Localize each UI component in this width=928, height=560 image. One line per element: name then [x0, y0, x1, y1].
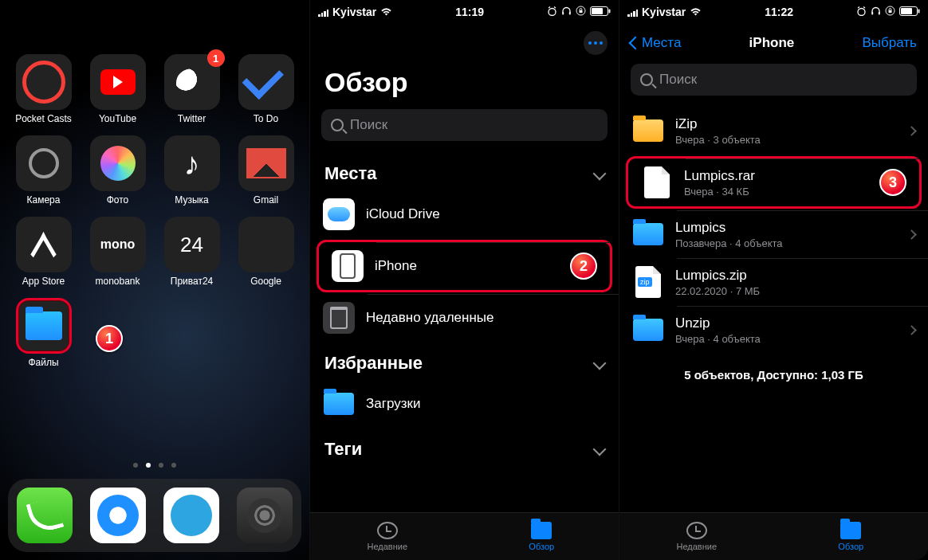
tab-browse[interactable]: Обзор: [774, 513, 929, 560]
folder-icon: [531, 522, 552, 539]
chevron-right-icon: [906, 126, 917, 136]
search-input[interactable]: Поиск: [321, 109, 608, 141]
folder-icon: [323, 388, 355, 420]
folder-icon: [632, 218, 664, 250]
more-button[interactable]: [584, 31, 608, 55]
app-pocket-casts[interactable]: Pocket Casts: [11, 54, 76, 124]
clock: 11:22: [765, 6, 793, 18]
alarm-icon: [547, 6, 557, 18]
back-button[interactable]: Места: [631, 35, 681, 51]
carrier-label: Kyivstar: [642, 6, 686, 18]
headphones-icon: [871, 6, 881, 18]
svg-rect-22: [901, 8, 912, 14]
svg-rect-18: [879, 12, 880, 15]
row-izip[interactable]: iZipВчера · 3 объекта: [619, 107, 928, 155]
signal-icon: [318, 8, 328, 17]
page-indicator[interactable]: [0, 463, 309, 468]
search-icon: [331, 119, 344, 131]
screen-files-iphone: Kyivstar 11:22 Места iPhone Выбрать Поис…: [619, 0, 928, 560]
dock: [8, 479, 301, 552]
clock-icon: [377, 522, 398, 539]
section-places[interactable]: Места: [310, 152, 619, 190]
app-appstore[interactable]: App Store: [11, 217, 76, 287]
app-monobank[interactable]: monomonobank: [85, 217, 150, 287]
svg-rect-23: [918, 10, 919, 14]
row-lumpics-rar-highlight[interactable]: Lumpics.rarВчера · 34 КБ 3: [626, 156, 922, 209]
callout-2: 2: [570, 253, 597, 280]
svg-rect-20: [888, 10, 891, 13]
app-photos[interactable]: Фото: [85, 135, 150, 206]
search-icon: [640, 73, 653, 86]
iphone-icon: [332, 250, 364, 282]
clock-icon: [686, 522, 707, 539]
chevron-down-icon: [593, 357, 607, 370]
app-music[interactable]: Музыка: [159, 135, 224, 206]
search-placeholder: Поиск: [350, 117, 387, 133]
battery-icon: [590, 6, 611, 18]
row-recently-deleted[interactable]: Недавно удаленные: [310, 294, 619, 342]
storage-info: 5 объектов, Доступно: 1,03 ГБ: [619, 354, 928, 436]
tab-bar: Недавние Обзор: [619, 512, 928, 560]
row-icloud-drive[interactable]: iCloud Drive: [310, 190, 619, 238]
nav-bar: [310, 22, 619, 59]
dock-safari[interactable]: [90, 488, 146, 543]
app-camera[interactable]: Камера: [11, 135, 76, 206]
status-bar: Kyivstar 11:19: [310, 0, 619, 22]
callout-3: 3: [879, 169, 906, 196]
app-todo[interactable]: To Do: [234, 54, 298, 124]
page-title: Обзор: [310, 59, 619, 104]
orientation-lock-icon: [885, 6, 895, 18]
nav-title: iPhone: [749, 35, 795, 51]
signal-icon: [627, 8, 638, 17]
svg-rect-15: [608, 10, 610, 14]
dock-telegram[interactable]: [163, 488, 219, 543]
tab-browse[interactable]: Обзор: [465, 513, 619, 560]
dock-settings[interactable]: [237, 488, 293, 543]
nav-bar: Места iPhone Выбрать: [619, 22, 928, 59]
svg-rect-10: [569, 12, 571, 15]
section-tags[interactable]: Теги: [310, 428, 619, 466]
search-input[interactable]: Поиск: [631, 64, 917, 96]
search-placeholder: Поиск: [659, 72, 697, 88]
chevron-down-icon: [593, 443, 607, 456]
app-files-highlight[interactable]: [16, 298, 72, 354]
orientation-lock-icon: [576, 6, 586, 18]
wifi-icon: [380, 6, 392, 18]
callout-1: 1: [96, 325, 123, 352]
chevron-right-icon: [906, 229, 917, 240]
svg-rect-9: [562, 12, 564, 15]
notification-badge: 1: [207, 49, 225, 67]
clock: 11:19: [455, 6, 484, 18]
section-favorites[interactable]: Избранные: [310, 342, 619, 380]
wifi-icon: [690, 6, 702, 18]
row-lumpics-folder[interactable]: LumpicsПозавчера · 4 объекта: [619, 210, 928, 258]
folder-icon: [840, 522, 861, 539]
row-iphone-highlight[interactable]: iPhone 2: [317, 240, 612, 292]
row-downloads[interactable]: Загрузки: [310, 380, 619, 428]
screen-home: Kyivstar 11:18 Pocket Casts YouTube 1Twi…: [0, 0, 309, 560]
status-bar: Kyivstar 11:22: [619, 0, 928, 22]
svg-point-8: [549, 9, 556, 16]
tab-recent[interactable]: Недавние: [310, 513, 465, 560]
alarm-icon: [856, 6, 867, 18]
app-files[interactable]: Файлы: [11, 298, 76, 368]
zip-file-icon: zip: [632, 266, 664, 298]
folder-icon: [632, 115, 664, 147]
headphones-icon: [561, 6, 572, 18]
svg-rect-12: [579, 10, 582, 13]
svg-rect-14: [592, 8, 603, 14]
app-google-folder[interactable]: Google: [234, 217, 298, 287]
dock-phone[interactable]: [17, 488, 73, 543]
row-lumpics-zip[interactable]: zip Lumpics.zip22.02.2020 · 7 МБ: [619, 258, 928, 306]
select-button[interactable]: Выбрать: [863, 35, 917, 51]
app-youtube[interactable]: YouTube: [85, 54, 150, 124]
app-twitter[interactable]: 1Twitter: [159, 54, 224, 124]
tab-recent[interactable]: Недавние: [619, 513, 774, 560]
app-gmail[interactable]: Gmail: [234, 135, 298, 206]
app-privat24[interactable]: 24Приват24: [159, 217, 224, 287]
chevron-down-icon: [593, 167, 607, 181]
svg-rect-17: [871, 12, 873, 15]
row-unzip[interactable]: UnzipВчера · 4 объекта: [619, 306, 928, 354]
svg-point-16: [858, 9, 865, 16]
trash-icon: [323, 302, 355, 334]
